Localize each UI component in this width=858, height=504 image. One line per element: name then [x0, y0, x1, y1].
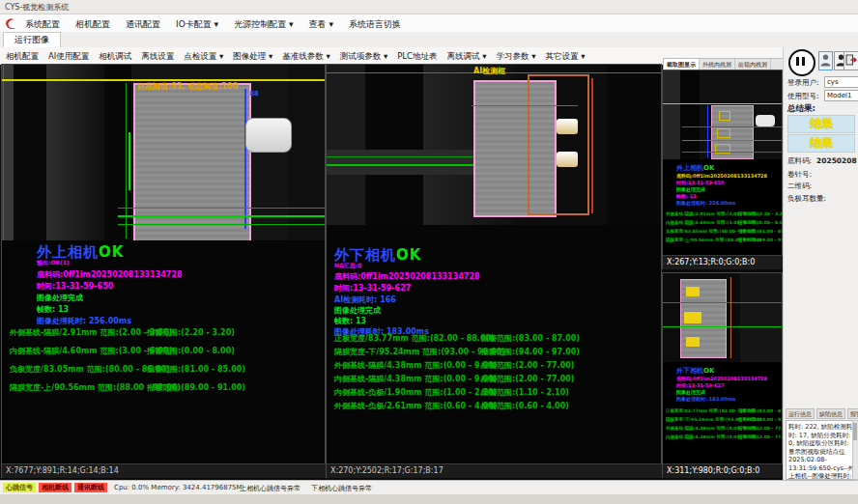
- middle-camera-image: AI检测框: [327, 65, 661, 225]
- yellow-reference-line: [663, 103, 782, 104]
- info-tab-run[interactable]: 运行信息: [786, 408, 815, 419]
- machine-gap: [365, 65, 423, 225]
- threshold-label: 好品阈值:93, 动态阈值:100: [137, 81, 238, 92]
- left-camera-panel: 好品阈值:93, 动态阈值:100 88 外上相机OK 输出:OK(1) 底料码…: [2, 65, 325, 477]
- green-measure-segment: [129, 132, 130, 190]
- status-bar: 心跳信号 相机断线 通讯断线 Cpu: 0.0% Memory: 3424.41…: [0, 480, 858, 495]
- green-scan-line: [682, 152, 782, 153]
- middle-camera-time: 时间:13-31-59-627: [334, 283, 411, 294]
- tool-offline-setting[interactable]: 离线设置: [141, 51, 174, 63]
- bottom-thumb-done: 图像处理完成: [676, 389, 705, 395]
- ai-box-label: AI检测框: [473, 66, 505, 76]
- application-window: CYS-视觉检测系统 系统配置 相机配置 通讯配置 IO卡配置 ▾ 光源控制配置…: [0, 0, 858, 504]
- machine-shade: [327, 65, 365, 225]
- run-info-log: 耗时: 222, 缺陷检测耗时: 17, 缺陷分类耗时: 0, 缺陷提取分区耗时…: [786, 420, 858, 480]
- comm-offline-badge: 通讯断线: [74, 483, 107, 492]
- machine-gap: [14, 65, 46, 240]
- orange-measure-line: [730, 277, 731, 358]
- needle-number-label: 卷针号:: [787, 170, 812, 180]
- tool-baseline-params[interactable]: 基准线参数 ▾: [282, 51, 329, 63]
- top-thumb-time: 时间:13-31-59-650: [676, 180, 725, 185]
- green-scan-line: [118, 208, 325, 209]
- bottom-thumbnail-image: [663, 273, 782, 362]
- menu-camera-config[interactable]: 相机配置: [73, 18, 112, 31]
- pause-button[interactable]: [788, 49, 815, 76]
- middle-camera-panel: AI检测框 外下相机OK NG汇总:0 底料码:0ff1im2025020813…: [327, 65, 661, 477]
- anode-tab-count-label: 负极耳数量:: [787, 194, 826, 204]
- login-user-field[interactable]: cys: [824, 76, 858, 88]
- tab-run-image[interactable]: 运行图像: [3, 32, 61, 47]
- alarm-range: 报警范围:(0.60 - 4.00): [481, 401, 569, 411]
- top-thumbnail-panel: 外上相机OK 底料码:0ff1im20250208133134728 时间:13…: [663, 70, 782, 268]
- measure-row: 隔膜宽度-下/95.24mm 范围:(93.00 - 98.00): [334, 347, 505, 357]
- tool-learning-params[interactable]: 学习参数 ▾: [496, 51, 535, 63]
- left-camera-time: 时间:13-31-59-650: [37, 281, 113, 292]
- defect-highlight-box: [686, 337, 700, 347]
- top-thumb-done: 图像处理完成: [676, 186, 705, 192]
- lower-camera-warning: 下相机心跳信号异常: [311, 484, 372, 493]
- sidebar: 登录用户: cys 使用型号: Model1 总结果: 结果 结果 底料码: 2…: [783, 47, 858, 480]
- thumb-tab-outer-debris[interactable]: 外残内残屑: [700, 59, 735, 70]
- alarm-range: 报警范围:(81.00 - 85.00): [147, 364, 245, 375]
- menu-system-config[interactable]: 系统配置: [23, 18, 62, 31]
- thumb-tab-strip: 截取图显示 外残内残屑 前箱内残屑: [663, 58, 784, 71]
- tool-offline-debug[interactable]: 离线调试 ▾: [447, 51, 487, 63]
- thumb-tab-capture[interactable]: 截取图显示: [664, 59, 700, 70]
- bottom-thumb-ok: OK: [703, 367, 714, 375]
- pause-icon: [802, 57, 805, 66]
- tool-camera-config[interactable]: 相机配置: [6, 51, 39, 63]
- top-thumb-title: 外上相机OK: [676, 163, 714, 173]
- window-title: CYS-视觉检测系统: [5, 2, 69, 13]
- cpu-memory-status: Cpu: 0.0% Memory: 3424.41796875M: [114, 484, 243, 491]
- tool-spot-check-setting[interactable]: 点检设置 ▾: [184, 51, 223, 63]
- thumb-tab-front-debris[interactable]: 前箱内残屑: [735, 59, 771, 70]
- left-camera-ok: OK: [99, 243, 124, 261]
- login-user-label: 登录用户:: [787, 78, 819, 88]
- tool-ai-use-config[interactable]: AI使用配置: [48, 51, 89, 63]
- measure-row: 外侧基线-负极/2.61mm 范围:(0.60 - 4.00): [334, 401, 497, 411]
- top-thumb-code: 底料码:0ff1im20250208133134728: [676, 173, 767, 179]
- alarm-range: 报警范围:(89.00 - 91.00): [147, 382, 245, 393]
- tool-test-item-params[interactable]: 测试项参数 ▾: [340, 51, 387, 63]
- info-tab-alarm[interactable]: 报警信息: [847, 408, 858, 419]
- measure-row: 外侧基线-隔膜/4.38mm 范围:(0.00 - 9.00): [334, 360, 497, 371]
- bottom-thumb-coordinates: X:311;Y:980;R:0;G:0;B:0: [663, 463, 786, 478]
- green-scan-line: [118, 215, 325, 217]
- menu-bar: 系统配置 相机配置 通讯配置 IO卡配置 ▾ 光源控制配置 ▾ 查看 ▾ 系统语…: [0, 14, 858, 33]
- measure-row: 正极宽度/83.77mm 范围:(82.00 - 88.00): [334, 333, 495, 344]
- alarm-range: 报警范围:(0.00 - 8.00): [147, 346, 235, 356]
- menu-language-switch[interactable]: 系统语言切换: [347, 18, 403, 31]
- roller-object: [245, 118, 292, 153]
- tool-image-processing[interactable]: 图像处理 ▾: [233, 51, 272, 63]
- top-thumb-frames: 帧数: 13: [676, 193, 697, 199]
- green-scan-line: [118, 224, 325, 225]
- green-scan-line: [472, 105, 578, 106]
- tool-other-settings[interactable]: 其它设置 ▾: [545, 51, 585, 63]
- info-scrollbar[interactable]: [852, 420, 858, 480]
- info-tab-defect[interactable]: 缺陷信息: [816, 408, 845, 419]
- top-thumb-camera-name: 外上相机: [676, 164, 703, 172]
- green-scan-line: [663, 302, 782, 303]
- tool-camera-debug[interactable]: 相机调试: [99, 51, 131, 63]
- logout-button[interactable]: [844, 51, 858, 70]
- menu-light-control-config[interactable]: 光源控制配置 ▾: [232, 18, 295, 31]
- title-bar: CYS-视觉检测系统: [0, 0, 858, 14]
- machine-shade: [663, 70, 680, 159]
- green-scan-line: [663, 326, 782, 327]
- bottom-thumbnail-panel: 外下相机OK 底料码:0ff1im20250208133134728 时间:13…: [663, 273, 782, 477]
- app-logo-icon: [4, 16, 18, 30]
- alarm-range: 报警范围:(2.00 - 77.00): [481, 360, 574, 371]
- mini-alarm-range: 报警范围:(2.20 - 3.20): [738, 211, 787, 216]
- menu-comm-config[interactable]: 通讯配置: [124, 18, 162, 31]
- menu-view[interactable]: 查看 ▾: [307, 18, 335, 31]
- user-button[interactable]: [818, 51, 833, 70]
- defect-marker-box: [717, 128, 730, 138]
- blue-measure-line: [707, 105, 708, 157]
- green-scan-line: [327, 164, 489, 166]
- menu-io-card-config[interactable]: IO卡配置 ▾: [174, 18, 220, 31]
- scrollbar-thumb[interactable]: [853, 423, 857, 440]
- camera-offline-badge: 相机断线: [39, 483, 72, 492]
- middle-camera-done: 图像处理完成: [334, 305, 381, 316]
- model-field[interactable]: Model1: [824, 90, 858, 101]
- tool-plc-address-table[interactable]: PLC地址表: [397, 51, 437, 63]
